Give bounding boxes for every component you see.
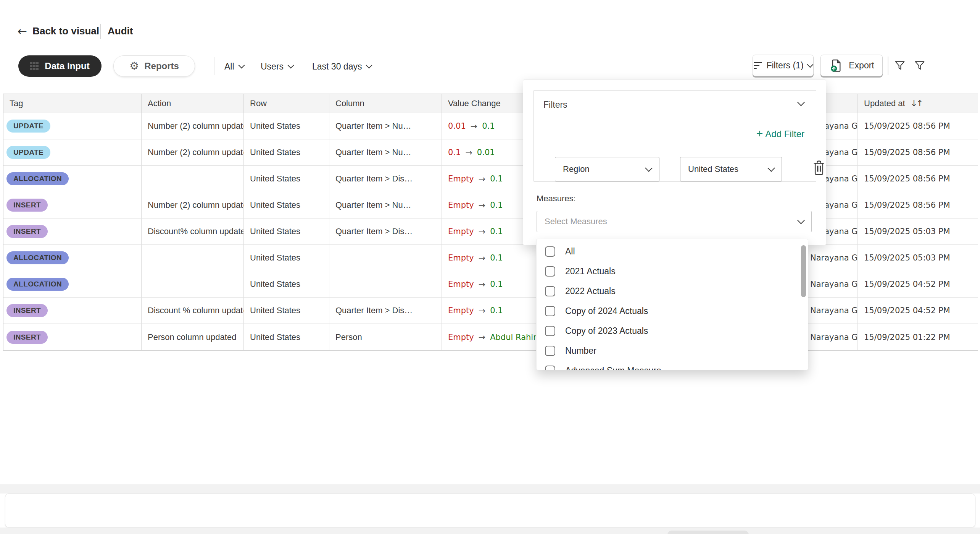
back-to-visual-link[interactable]: ← Back to visual xyxy=(18,25,99,37)
checkbox[interactable] xyxy=(545,266,555,277)
cell-tag: ALLOCATION xyxy=(3,245,142,271)
scope-dropdown-label: All xyxy=(224,61,234,72)
filters-button[interactable]: Filters (1) xyxy=(753,55,814,76)
chevron-down-icon xyxy=(807,61,813,68)
checkbox[interactable] xyxy=(545,366,555,371)
cell-tag: ALLOCATION xyxy=(3,271,142,297)
audit-table: TagActionRowColumnValue ChangeUpdated at… xyxy=(3,94,978,351)
cell-column xyxy=(329,271,442,297)
cell-row: United States xyxy=(244,139,329,165)
cell-updated-by: Narayana G xyxy=(804,245,858,271)
measure-option-label: Copy of 2024 Actuals xyxy=(565,306,648,316)
old-value: Empty xyxy=(448,174,474,183)
cell-updated-at: 15/09/2025 04:52 PM xyxy=(858,298,978,324)
filter-field-select[interactable]: Region xyxy=(555,157,659,181)
cell-updated-at: 15/09/2025 05:03 PM xyxy=(858,218,978,244)
table-row: ALLOCATIONUnited StatesEmpty→0.1Narayana… xyxy=(3,245,978,271)
measure-option-label: Copy of 2023 Actuals xyxy=(565,326,648,336)
back-arrow-icon: ← xyxy=(18,26,27,37)
reports-label: Reports xyxy=(144,61,179,71)
delete-filter-button[interactable] xyxy=(812,159,827,178)
export-button[interactable]: Export xyxy=(820,55,883,76)
table-row: ALLOCATIONUnited StatesQuarter Item > Di… xyxy=(3,166,978,192)
cell-tag: INSERT xyxy=(3,324,142,350)
cell-row: United States xyxy=(244,166,329,192)
tag-badge: UPDATE xyxy=(6,120,50,133)
column-header-label: Column xyxy=(335,99,364,108)
arrow-right-icon: → xyxy=(479,280,485,289)
new-value: 0.1 xyxy=(490,253,503,262)
measure-option[interactable]: All xyxy=(537,241,808,261)
cell-row: United States xyxy=(244,324,329,350)
measure-option[interactable]: Number xyxy=(537,341,808,361)
cell-action xyxy=(142,166,244,192)
date-range-dropdown[interactable]: Last 30 days xyxy=(312,59,371,74)
column-header-label: Updated at xyxy=(864,99,905,108)
checkbox[interactable] xyxy=(545,346,555,356)
old-value: Empty xyxy=(448,333,474,342)
measure-option[interactable]: Copy of 2024 Actuals xyxy=(537,301,808,321)
checkbox[interactable] xyxy=(545,246,555,257)
cell-updated-at: 15/09/2025 08:56 PM xyxy=(858,113,978,139)
old-value: Empty xyxy=(448,253,474,262)
data-input-tab[interactable]: Data Input xyxy=(18,55,102,77)
arrow-right-icon: → xyxy=(479,253,485,263)
funnel-filter-icon[interactable] xyxy=(894,60,906,72)
toolbar-divider xyxy=(214,57,214,75)
old-value: Empty xyxy=(448,306,474,315)
header-divider xyxy=(100,24,101,39)
checkbox[interactable] xyxy=(545,306,555,316)
measure-option-label: Number xyxy=(565,346,596,356)
table-row: INSERTDiscount% column updatedUnited Sta… xyxy=(3,218,978,245)
tag-badge: INSERT xyxy=(6,304,48,317)
cell-updated-at: 15/09/2025 01:22 PM xyxy=(858,324,978,350)
old-value: Empty xyxy=(448,227,474,236)
cell-row: United States xyxy=(244,192,329,218)
export-icon xyxy=(829,58,843,73)
cell-action: Person column updated xyxy=(142,324,244,350)
measure-option[interactable]: Copy of 2023 Actuals xyxy=(537,321,808,341)
filter-value-select[interactable]: United States xyxy=(680,157,782,181)
checkbox[interactable] xyxy=(545,286,555,296)
scope-dropdown[interactable]: All xyxy=(224,59,244,74)
bottom-toolbar-sliver xyxy=(667,531,749,534)
chevron-down-icon xyxy=(288,62,294,69)
add-filter-button[interactable]: + Add Filter xyxy=(756,129,804,139)
cell-action: Discount% column updated xyxy=(142,218,244,244)
cell-tag: INSERT xyxy=(3,298,142,324)
chevron-down-icon[interactable] xyxy=(797,99,805,106)
filters-button-label: Filters (1) xyxy=(766,60,803,71)
cell-action xyxy=(142,245,244,271)
measure-option-label: 2021 Actuals xyxy=(565,266,616,277)
cell-updated-at: 15/09/2025 08:56 PM xyxy=(858,139,978,165)
table-header-row: TagActionRowColumnValue ChangeUpdated at… xyxy=(3,94,978,113)
new-value: 0.1 xyxy=(490,174,503,183)
date-range-dropdown-label: Last 30 days xyxy=(312,61,362,72)
select-measures-dropdown[interactable]: Select Measures xyxy=(537,211,812,232)
measure-option-label: All xyxy=(565,246,575,257)
scrollbar-thumb[interactable] xyxy=(801,245,806,297)
measures-popup: All2021 Actuals2022 ActualsCopy of 2024 … xyxy=(536,239,808,370)
cell-action: Discount % column updated xyxy=(142,298,244,324)
funnel-filter-icon-2[interactable] xyxy=(914,60,926,72)
page-title: Audit xyxy=(108,25,133,37)
filters-panel: Filters + Add Filter Region United State… xyxy=(523,79,826,245)
arrow-right-icon: → xyxy=(479,306,485,316)
cell-column: Quarter Item > Nu… xyxy=(329,113,442,139)
cell-column: Quarter Item > Nu… xyxy=(329,192,442,218)
section-gap xyxy=(0,484,980,494)
measure-option[interactable]: 2021 Actuals xyxy=(537,261,808,281)
measure-option[interactable]: Advanced Sum Measure xyxy=(537,361,808,370)
reports-tab[interactable]: ⚙ Reports xyxy=(113,55,195,77)
users-dropdown[interactable]: Users xyxy=(261,59,293,74)
checkbox[interactable] xyxy=(545,326,555,336)
sort-icons[interactable]: ↓↑ xyxy=(911,99,922,108)
measure-option[interactable]: 2022 Actuals xyxy=(537,281,808,301)
filter-lines-icon xyxy=(754,62,762,69)
column-header-action: Action xyxy=(142,94,244,113)
new-value: 0.1 xyxy=(490,306,503,315)
column-header-label: Action xyxy=(148,99,171,108)
old-value: 0.01 xyxy=(448,121,466,131)
arrow-right-icon: → xyxy=(471,121,477,131)
gear-icon: ⚙ xyxy=(129,61,139,71)
